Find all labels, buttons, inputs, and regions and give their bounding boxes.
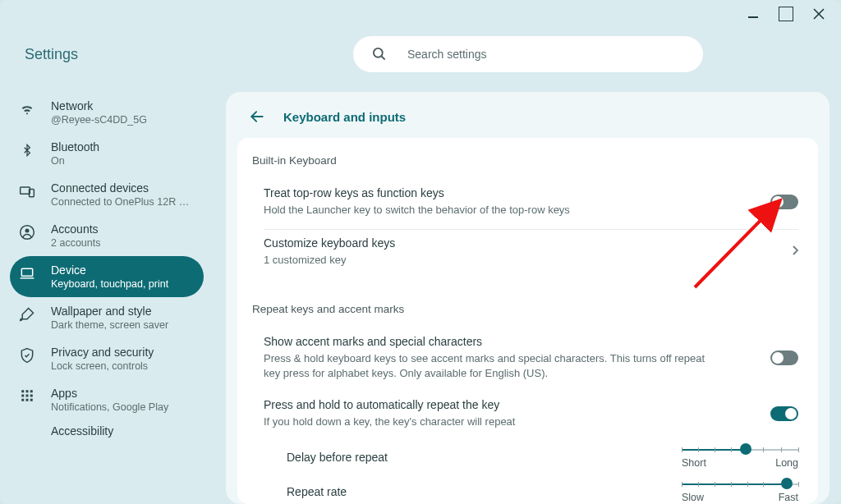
svg-rect-4 (21, 187, 30, 194)
row-title: Treat top-row keys as function keys (264, 186, 721, 199)
svg-rect-10 (26, 390, 29, 392)
devices-icon (16, 181, 38, 199)
slider-max-label: Long (775, 457, 798, 469)
row-repeat-rate: Repeat rate Slow (252, 475, 798, 504)
sidebar-item-sub: On (51, 155, 195, 167)
row-delay-before-repeat: Delay before repeat (252, 441, 798, 475)
switch-accent-marks[interactable] (770, 351, 798, 365)
sidebar-item-sub: Lock screen, controls (51, 360, 195, 372)
sidebar-item-label: Bluetooth (51, 140, 195, 153)
svg-point-7 (25, 228, 30, 232)
bluetooth-icon (16, 140, 38, 158)
wifi-icon (16, 99, 38, 117)
sidebar-item-label: Privacy and security (51, 346, 195, 359)
sidebar-item-sub: @Reyee-sC4DD_5G (51, 114, 195, 126)
sidebar-item-connected-devices[interactable]: Connected devices Connected to OnePlus 1… (10, 174, 204, 215)
slider-min-label: Slow (682, 492, 704, 503)
section-header-repeat: Repeat keys and accent marks (252, 303, 798, 315)
svg-line-3 (382, 57, 385, 60)
sidebar-item-label: Apps (51, 387, 195, 400)
row-title: Customize keyboard keys (264, 236, 742, 250)
svg-rect-8 (21, 268, 32, 276)
row-sub: 1 customized key (264, 253, 742, 268)
page-title: Keyboard and inputs (283, 110, 406, 124)
shield-icon (16, 346, 38, 364)
laptop-icon (16, 263, 38, 282)
sidebar-item-sub: 2 accounts (51, 237, 195, 249)
back-button[interactable] (249, 108, 265, 125)
slider-label: Delay before repeat (287, 451, 533, 464)
row-customize-keys[interactable]: Customize keyboard keys 1 customized key (252, 230, 798, 279)
row-sub: If you hold down a key, the key's charac… (264, 415, 721, 429)
svg-rect-14 (30, 395, 33, 397)
sidebar-item-privacy[interactable]: Privacy and security Lock screen, contro… (10, 338, 204, 379)
sidebar-item-network[interactable]: Network @Reyee-sC4DD_5G (10, 92, 204, 133)
search-icon (371, 46, 388, 62)
brush-icon (16, 305, 38, 323)
sidebar-item-accounts[interactable]: Accounts 2 accounts (10, 215, 204, 256)
slider-max-label: Fast (779, 492, 798, 503)
accessibility-icon (16, 424, 38, 426)
search-placeholder: Search settings (407, 48, 487, 61)
sidebar-item-label: Network (51, 99, 195, 112)
svg-rect-9 (21, 390, 24, 392)
slider-label: Repeat rate (287, 485, 533, 498)
sidebar-item-sub: Keyboard, touchpad, print (51, 278, 195, 290)
row-accent-marks: Show accent marks and special characters… (252, 328, 798, 392)
svg-rect-17 (30, 399, 33, 401)
svg-rect-16 (26, 399, 29, 401)
account-icon (16, 222, 38, 241)
sidebar-item-sub: Notifications, Google Play (51, 401, 195, 413)
switch-press-hold-repeat[interactable] (770, 406, 798, 421)
sidebar-item-label: Wallpaper and style (51, 305, 195, 318)
svg-rect-11 (30, 390, 33, 392)
row-sub: Press & hold keyboard keys to see accent… (264, 351, 721, 380)
switch-top-row-keys[interactable] (770, 195, 798, 209)
row-title: Show accent marks and special characters (264, 335, 721, 348)
slider-delay[interactable] (682, 446, 798, 454)
chevron-right-icon (792, 244, 798, 259)
row-sub: Hold the Launcher key to switch the beha… (264, 203, 721, 218)
svg-point-2 (374, 48, 383, 57)
svg-rect-13 (26, 395, 29, 397)
apps-icon (16, 387, 38, 403)
sidebar-item-accessibility[interactable]: Accessibility (10, 417, 204, 458)
sidebar-item-label: Device (51, 263, 195, 277)
sidebar-item-wallpaper[interactable]: Wallpaper and style Dark theme, screen s… (10, 297, 204, 338)
sidebar-item-label: Connected devices (51, 181, 195, 195)
svg-rect-12 (21, 395, 24, 397)
row-top-row-keys: Treat top-row keys as function keys Hold… (252, 180, 798, 229)
row-press-hold-repeat: Press and hold to automatically repeat t… (252, 392, 798, 441)
sidebar-item-sub: Connected to OnePlus 12R Gens... (51, 196, 195, 208)
sidebar-item-bluetooth[interactable]: Bluetooth On (10, 133, 204, 174)
slider-min-label: Short (682, 457, 706, 469)
search-input[interactable]: Search settings (353, 36, 703, 72)
slider-rate[interactable] (682, 480, 798, 488)
svg-rect-15 (21, 399, 24, 401)
sidebar: Network @Reyee-sC4DD_5G Bluetooth On Con… (0, 92, 214, 504)
sidebar-item-apps[interactable]: Apps Notifications, Google Play (10, 379, 204, 420)
sidebar-item-label: Accessibility (51, 424, 195, 438)
main-panel: Keyboard and inputs Built-in Keyboard Tr… (226, 92, 830, 504)
app-title: Settings (25, 46, 78, 63)
sidebar-item-label: Accounts (51, 222, 195, 236)
row-title: Press and hold to automatically repeat t… (264, 398, 721, 411)
sidebar-item-device[interactable]: Device Keyboard, touchpad, print (10, 256, 204, 297)
sidebar-item-sub: Dark theme, screen saver (51, 319, 195, 331)
section-header-builtin: Built-in Keyboard (252, 154, 798, 167)
